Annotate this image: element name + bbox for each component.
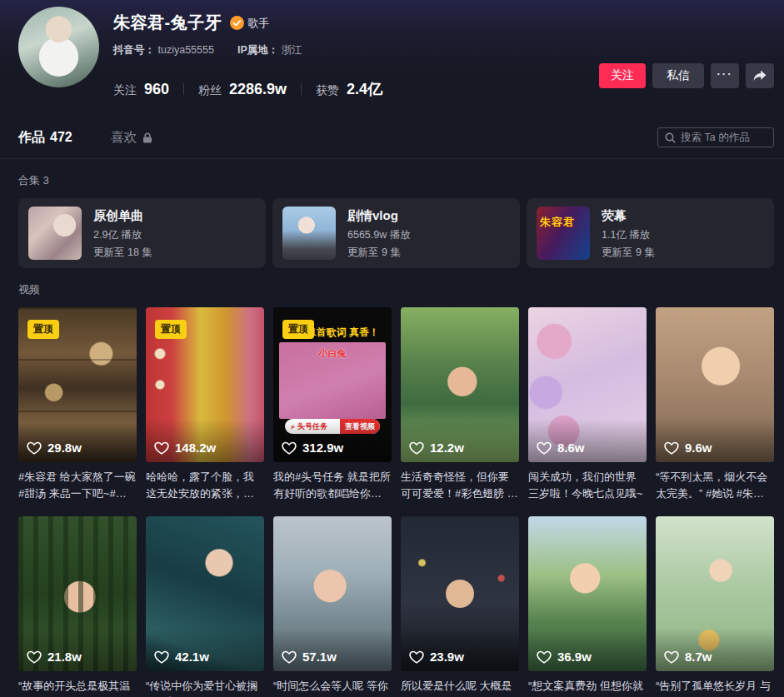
video-caption: 哈哈哈，露了个脸，我这无处安放的紧张，娜姐很美哟😜: [146, 469, 264, 502]
video-card[interactable]: 42.1w “传说中你为爱甘心被搁浅” 🧜‍♀️: [146, 516, 264, 697]
douyin-id: 抖音号： tuziya55555: [113, 43, 214, 57]
stat-followers-label: 粉丝: [198, 83, 222, 98]
collection-card[interactable]: 剧情vlog 6565.9w 播放 更新至 9 集: [272, 198, 520, 268]
search-works-input[interactable]: [681, 132, 767, 143]
video-card[interactable]: 置顶 148.2w 哈哈哈，露了个脸，我这无处安放的紧张，娜姐很美哟😜: [146, 307, 264, 502]
video-caption: “想文案真费劲 但想你就不会” ❤️ #如果的事 #朱容君: [528, 678, 647, 697]
tabs-divider: [0, 158, 784, 159]
video-thumbnail: 置顶 148.2w: [146, 307, 264, 462]
collection-plays: 2.9亿 播放: [93, 228, 152, 242]
video-card[interactable]: 57.1w “时间怎么会等人呢 等你的是我”: [273, 516, 392, 697]
follow-button[interactable]: 关注: [599, 63, 646, 88]
ip-value: 浙江: [282, 44, 302, 56]
collection-episodes: 更新至 9 集: [347, 246, 411, 260]
videos-grid: 置顶 29.8w #朱容君 给大家熬了一碗#甜汤 来品一下吧~#花间新娘 ...…: [18, 307, 774, 697]
video-card[interactable]: 搭配11首歌词 真香！ 置顶 小白兔 ⌕ 头号任务 查看视频 312.9w 我的…: [273, 307, 392, 502]
video-caption: “故事的开头总是极其温柔，而故事的结尾却配不上整个...: [18, 678, 137, 697]
heart-icon: [537, 441, 552, 455]
pinned-badge: 置顶: [27, 320, 59, 339]
collection-thumb-text: 朱容君: [540, 215, 575, 230]
tab-likes[interactable]: 喜欢: [111, 129, 152, 147]
like-count-value: 57.1w: [302, 650, 337, 664]
profile-header: 朱容君-兔子牙 歌手 抖音号： tuziya55555 IP属地： 浙江 关注 …: [18, 0, 774, 99]
stat-likes-value: 2.4亿: [347, 79, 382, 99]
heart-icon: [282, 650, 297, 664]
more-button[interactable]: ···: [711, 63, 739, 88]
like-count: 36.9w: [537, 650, 592, 664]
collections-label: 合集 3: [18, 173, 774, 188]
douyin-id-label: 抖音号：: [113, 44, 155, 56]
like-count-value: 29.8w: [47, 441, 82, 455]
collection-title: 荧幕: [602, 208, 655, 224]
ip-location: IP属地： 浙江: [237, 43, 302, 57]
tab-works[interactable]: 作品 472: [18, 129, 72, 147]
video-caption: 所以爱是什么呢 大概是反反复复 是千万次叹息 是今晚想通...: [401, 678, 519, 697]
videos-label: 视频: [18, 282, 774, 297]
heart-icon: [27, 441, 42, 455]
video-card[interactable]: 36.9w “想文案真费劲 但想你就不会” ❤️ #如果的事 #朱容君: [528, 516, 647, 697]
like-count: 8.6w: [537, 441, 585, 455]
heart-icon: [664, 441, 679, 455]
collection-episodes: 更新至 18 集: [93, 246, 152, 260]
video-card[interactable]: 9.6w “等不到太黑，烟火不会太完美。” #她说 #朱容君: [656, 307, 774, 502]
pinned-badge: 置顶: [282, 320, 314, 339]
like-count: 21.8w: [27, 650, 82, 664]
video-card[interactable]: 12.2w 生活奇奇怪怪，但你要可可爱爱！#彩色翅膀 #朱容君: [401, 307, 519, 502]
thumb-search-pill: ⌕ 头号任务 查看视频: [285, 419, 380, 434]
search-icon: [665, 132, 676, 143]
video-card[interactable]: 8.7w “告别了孤单悠长岁月 与你并行” #兔子牙新歌眼底星辰 #...: [656, 516, 774, 697]
heart-icon: [282, 441, 297, 455]
video-thumbnail: 21.8w: [18, 516, 137, 671]
video-thumbnail: 12.2w: [401, 307, 519, 462]
video-caption: “等不到太黑，烟火不会太完美。” #她说 #朱容君: [656, 469, 774, 502]
video-caption: “时间怎么会等人呢 等你的是我”: [273, 678, 392, 697]
thumb-burst-text: 小白兔: [279, 347, 386, 360]
heart-icon: [664, 650, 679, 664]
like-count-value: 21.8w: [47, 650, 82, 664]
more-icon: ···: [717, 67, 733, 85]
heart-icon: [409, 650, 424, 664]
collection-card[interactable]: 原创单曲 2.9亿 播放 更新至 18 集: [18, 198, 266, 268]
thumb-search-icon: ⌕: [291, 422, 295, 431]
video-thumbnail: 8.6w: [528, 307, 647, 462]
like-count-value: 148.2w: [175, 441, 216, 455]
like-count: 148.2w: [154, 441, 216, 455]
verified-label: 歌手: [247, 16, 269, 31]
collection-episodes: 更新至 9 集: [602, 246, 655, 260]
message-button[interactable]: 私信: [652, 63, 704, 88]
video-card[interactable]: 23.9w 所以爱是什么呢 大概是反反复复 是千万次叹息 是今晚想通...: [401, 516, 519, 697]
tab-likes-label: 喜欢: [111, 129, 137, 147]
collection-thumbnail: [282, 207, 336, 260]
video-card[interactable]: 置顶 29.8w #朱容君 给大家熬了一碗#甜汤 来品一下吧~#花间新娘 ...: [18, 307, 137, 502]
collection-card[interactable]: 朱容君 荧幕 1.1亿 播放 更新至 9 集: [527, 198, 774, 268]
profile-stats: 关注 960 粉丝 2286.9w 获赞 2.4亿: [113, 79, 599, 99]
video-thumbnail: 57.1w: [273, 516, 392, 671]
thumb-search-text: 头号任务: [297, 421, 340, 432]
douyin-id-value: tuziya55555: [157, 44, 213, 56]
tab-works-count: 472: [50, 130, 72, 145]
pinned-badge: 置顶: [155, 320, 187, 339]
stat-likes-label: 获赞: [316, 83, 339, 98]
heart-icon: [154, 441, 169, 455]
profile-page: 朱容君-兔子牙 歌手 抖音号： tuziya55555 IP属地： 浙江 关注 …: [0, 0, 784, 697]
heart-icon: [154, 650, 169, 664]
video-caption: “告别了孤单悠长岁月 与你并行” #兔子牙新歌眼底星辰 #...: [656, 678, 774, 697]
collection-plays: 6565.9w 播放: [347, 228, 411, 242]
video-thumbnail: 23.9w: [401, 516, 519, 671]
share-button[interactable]: [746, 63, 774, 88]
collections-grid: 原创单曲 2.9亿 播放 更新至 18 集 剧情vlog 6565.9w 播放 …: [18, 198, 774, 268]
avatar[interactable]: [18, 7, 99, 87]
video-card[interactable]: 21.8w “故事的开头总是极其温柔，而故事的结尾却配不上整个...: [18, 516, 137, 697]
video-card[interactable]: 8.6w 闯关成功，我们的世界三岁啦！今晚七点见哦~: [528, 307, 647, 502]
video-thumbnail: 9.6w: [656, 307, 774, 462]
lock-icon: [142, 132, 152, 143]
profile-actions: 关注 私信 ···: [599, 63, 774, 99]
like-count-value: 8.6w: [557, 441, 585, 455]
ip-label: IP属地：: [237, 44, 278, 56]
stat-following-value: 960: [144, 81, 169, 98]
search-works-box[interactable]: [657, 127, 774, 147]
video-caption: 闯关成功，我们的世界三岁啦！今晚七点见哦~: [528, 469, 647, 502]
video-caption: 生活奇奇怪怪，但你要可可爱爱！#彩色翅膀 #朱容君: [401, 469, 519, 502]
verified-badge: 歌手: [230, 16, 269, 31]
like-count: 42.1w: [154, 650, 209, 664]
